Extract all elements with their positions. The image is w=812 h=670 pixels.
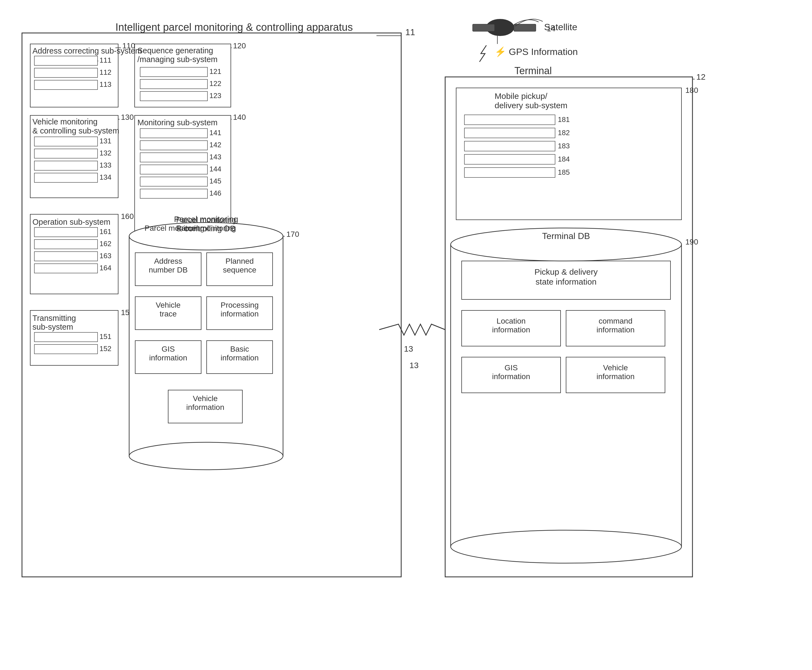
svg-rect-28 [34,227,98,237]
seq-title-line2: /managing sub-system [137,55,218,64]
svg-rect-4 [34,56,98,65]
svg-rect-64 [514,24,536,31]
svg-rect-54 [451,244,681,546]
svg-rect-26 [140,189,207,198]
field-133: 133 [100,161,111,169]
mon-ref: 140 [233,113,246,122]
terminal-db-ref: 190 [685,238,698,246]
db-vehicle-info-2: information [186,403,224,411]
field-112: 112 [100,68,111,76]
db-vehicle-trace-1: Vehicle [156,301,181,309]
mobile-field-181: 181 [558,115,570,124]
terminal-gis-1: GIS [505,364,518,372]
satellite-ref: 14 [547,24,555,33]
addr-ref: 110 [122,41,135,50]
db-planned-1: Planned [225,257,254,266]
field-163: 163 [100,252,111,260]
trans-title-2: sub-system [32,323,73,331]
svg-rect-49 [464,115,555,125]
mobile-field-182: 182 [558,129,570,137]
svg-rect-52 [464,154,555,164]
db-processing-2: information [220,310,259,318]
field-145: 145 [209,177,221,185]
veh-mon-title-1: Vehicle monitoring [32,117,98,126]
veh-mon-ref: 130 [121,113,134,122]
terminal-vehicle-2: information [597,372,635,381]
svg-rect-53 [464,168,555,178]
db-vehicle-info-1: Vehicle [193,394,218,403]
field-123: 123 [209,91,221,100]
veh-mon-title-2: & controlling sub-system [32,126,119,135]
svg-rect-24 [140,165,207,174]
db-gis-2: information [149,354,187,362]
field-162: 162 [100,240,111,248]
mobile-title-2: delivery sub-system [495,101,568,110]
mobile-ref: 180 [685,86,698,95]
db-addr-num-2: number DB [149,266,188,274]
field-111: 111 [100,56,111,64]
db-processing-1: Processing [220,301,259,309]
field-134: 134 [100,173,111,181]
svg-rect-10 [140,67,207,77]
parcel-db-ref: 170 [286,230,299,239]
op-title: Operation sub-system [32,218,110,226]
svg-rect-18 [34,173,98,183]
db-addr-num-1: Address [154,257,183,266]
svg-rect-31 [34,264,98,273]
signal-ref-2: 13 [409,361,419,370]
svg-rect-63 [473,24,495,31]
svg-rect-21 [140,129,207,138]
svg-rect-33 [34,332,98,342]
svg-rect-17 [34,161,98,170]
field-143: 143 [209,153,221,161]
field-152: 152 [100,345,111,353]
db-basic-2: information [220,354,259,362]
db-basic-1: Basic [230,345,249,353]
svg-rect-7 [34,80,98,90]
mobile-field-183: 183 [558,142,570,150]
location-info-1: Location [497,317,526,325]
terminal-ref: 12 [696,72,705,81]
svg-rect-15 [34,137,98,146]
terminal-gis-2: information [492,372,531,381]
parcel-db-ref-line2: & controlling DB [176,224,236,233]
svg-point-37 [129,442,283,470]
svg-rect-6 [34,68,98,78]
svg-rect-25 [140,177,207,186]
field-141: 141 [209,129,221,137]
field-146: 146 [209,189,221,197]
seq-ref: 120 [233,41,246,50]
svg-rect-30 [34,252,98,261]
terminal-title: Terminal [514,65,552,76]
pickup-state-2: state information [536,277,597,286]
mon-title: Monitoring sub-system [137,118,218,127]
field-113: 113 [100,80,111,88]
db-planned-2: sequence [223,266,256,274]
svg-rect-51 [464,141,555,151]
gps-label: ⚡ GPS Information [495,46,578,58]
field-121: 121 [209,67,221,76]
field-144: 144 [209,165,221,173]
svg-rect-48 [456,88,681,220]
db-vehicle-trace-2: trace [159,310,177,318]
svg-rect-29 [34,240,98,249]
field-142: 142 [209,140,221,149]
svg-rect-23 [140,153,207,162]
terminal-vehicle-1: Vehicle [603,364,628,372]
svg-rect-16 [34,149,98,158]
field-151: 151 [100,332,111,341]
op-ref: 160 [121,212,134,221]
field-131: 131 [100,137,111,145]
svg-rect-11 [140,80,207,89]
command-info-2: information [597,325,635,334]
svg-rect-50 [464,128,555,138]
parcel-db-ref-line1: Parcel monitoring [174,215,238,223]
field-161: 161 [100,227,111,236]
trans-title-1: Transmitting [32,314,76,323]
db-gis-1: GIS [161,345,175,353]
pickup-state-1: Pickup & delivery [534,267,598,276]
svg-point-56 [451,530,681,563]
field-122: 122 [209,80,221,88]
svg-rect-34 [34,345,98,354]
svg-rect-22 [140,140,207,150]
